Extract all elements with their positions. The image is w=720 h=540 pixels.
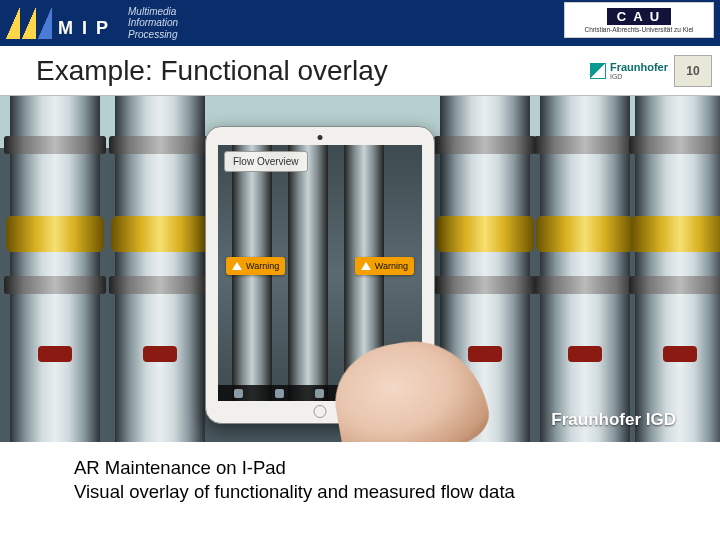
mip-triangle-icon [38, 7, 52, 39]
mip-logo: M I P [6, 7, 110, 39]
flow-overview-panel-label: Flow Overview [224, 151, 308, 172]
warning-icon [361, 262, 371, 270]
anniversary-number: 10 [686, 64, 699, 78]
title-row: Example: Functional overlay Fraunhofer I… [0, 46, 720, 96]
fraunhofer-label: Fraunhofer [610, 61, 668, 73]
fraunhofer-sub: IGD [610, 73, 668, 80]
toolbar-icon [275, 389, 284, 398]
warning-icon [232, 262, 242, 270]
header-sub-line: Processing [128, 29, 178, 41]
photo-credit: Fraunhofer IGD [551, 410, 676, 430]
slide-title: Example: Functional overlay [0, 55, 590, 87]
example-photo: Flow Overview Warning Warning [0, 96, 720, 442]
anniversary-badge: 10 [674, 55, 712, 87]
fraunhofer-logo: Fraunhofer IGD [590, 61, 668, 80]
mip-triangle-icon [22, 7, 36, 39]
caption-line: AR Maintenance on I-Pad [74, 456, 720, 480]
screen-pipe-icon [288, 145, 328, 401]
ipad-camera-icon [318, 135, 323, 140]
ar-overlay-tag-right: Warning [355, 257, 414, 275]
cau-logo-subtitle: Christian-Albrechts-Universität zu Kiel [584, 26, 693, 33]
ar-overlay-tag-left: Warning [226, 257, 285, 275]
header-bar: M I P Multimedia Information Processing … [0, 0, 720, 46]
mip-triangle-icon [6, 7, 20, 39]
header-subtitle: Multimedia Information Processing [128, 6, 178, 41]
title-logos: Fraunhofer IGD 10 [590, 55, 720, 87]
cau-logo-text: C A U [607, 8, 671, 25]
caption-line: Visual overlay of functionality and meas… [74, 480, 720, 504]
header-sub-line: Multimedia [128, 6, 178, 18]
toolbar-icon [234, 389, 243, 398]
cau-logo: C A U Christian-Albrechts-Universität zu… [564, 2, 714, 38]
pipe-icon [10, 96, 100, 442]
pipe-icon [635, 96, 720, 442]
ipad-home-button-icon [314, 405, 327, 418]
overlay-status-text: Warning [375, 261, 408, 271]
header-sub-line: Information [128, 17, 178, 29]
fraunhofer-mark-icon [590, 63, 606, 79]
toolbar-icon [315, 389, 324, 398]
pipe-icon [115, 96, 205, 442]
overlay-status-text: Warning [246, 261, 279, 271]
slide-caption: AR Maintenance on I-Pad Visual overlay o… [0, 442, 720, 504]
mip-logo-letters: M I P [58, 18, 110, 39]
pipe-icon [540, 96, 630, 442]
